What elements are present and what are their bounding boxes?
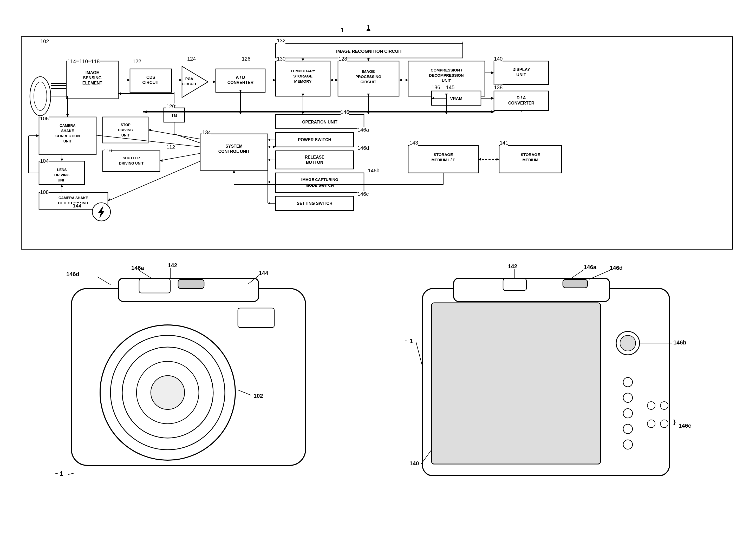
ref-106: 106 <box>40 116 49 122</box>
svg-line-210 <box>571 270 584 279</box>
svg-rect-194 <box>563 279 588 288</box>
ref-110: 110 <box>79 58 88 64</box>
ref-146a: 146a <box>357 127 369 133</box>
ref-126: 126 <box>242 56 250 62</box>
svg-point-206 <box>647 420 655 428</box>
ref-system-1: 1 <box>341 27 344 34</box>
svg-text:146d: 146d <box>610 265 623 271</box>
svg-rect-195 <box>503 279 526 290</box>
svg-point-200 <box>623 393 633 402</box>
camera-back-svg: 142 146a 146d 146b 1 ~ 140 } 146c <box>402 263 714 510</box>
ref-145: 145 <box>446 84 454 90</box>
ref-130: 130 <box>277 56 285 62</box>
svg-text:146a: 146a <box>584 264 597 270</box>
svg-point-203 <box>623 440 633 449</box>
svg-text:140: 140 <box>409 460 419 467</box>
camera-front: 146d 146a 142 144 102 1 ~ <box>40 263 352 510</box>
ref-144: 144 <box>73 203 81 209</box>
ref-104: 104 <box>40 158 49 164</box>
ref-134: 134 <box>202 129 211 135</box>
ref-108: 108 <box>40 189 49 195</box>
ref-114: 114 <box>67 58 76 64</box>
svg-point-201 <box>623 409 633 418</box>
svg-text:~: ~ <box>55 470 58 477</box>
svg-text:1: 1 <box>409 337 413 344</box>
ref-146b: 146b <box>368 168 380 174</box>
svg-rect-178 <box>238 308 274 328</box>
ref-143: 143 <box>409 140 418 146</box>
ref-140: 140 <box>494 56 503 62</box>
svg-text:146a: 146a <box>131 265 144 271</box>
svg-text:146c: 146c <box>679 422 691 429</box>
svg-rect-196 <box>432 303 601 464</box>
ref-120: 120 <box>166 103 175 109</box>
svg-text:146d: 146d <box>66 271 79 277</box>
svg-line-181 <box>139 270 152 279</box>
svg-point-204 <box>647 402 655 409</box>
system-outer-box <box>21 36 733 250</box>
cameras-section: 146d 146a 142 144 102 1 ~ <box>16 263 738 510</box>
svg-text:142: 142 <box>508 263 517 270</box>
ref-128: 128 <box>338 56 347 62</box>
svg-point-207 <box>660 420 668 428</box>
svg-rect-176 <box>178 279 204 289</box>
svg-text:~: ~ <box>405 337 408 344</box>
ref-1: 1 <box>367 23 370 31</box>
ref-138: 138 <box>494 84 503 90</box>
svg-line-190 <box>68 473 74 474</box>
ref-146: 146 <box>341 109 349 115</box>
svg-text:1: 1 <box>60 470 63 477</box>
ref-112: 112 <box>166 144 175 150</box>
svg-point-205 <box>660 402 668 409</box>
ref-124: 124 <box>187 56 196 62</box>
ref-141: 141 <box>500 140 508 146</box>
camera-front-svg: 146d 146a 142 144 102 1 ~ <box>40 263 352 510</box>
ref-102: 102 <box>40 38 49 44</box>
ref-116: 116 <box>103 148 112 154</box>
svg-point-198 <box>620 335 636 351</box>
ref-136: 136 <box>432 84 440 90</box>
ref-146c: 146c <box>357 191 369 197</box>
camera-back: 142 146a 146d 146b 1 ~ 140 } 146c <box>402 263 714 510</box>
svg-line-179 <box>97 277 110 285</box>
svg-line-218 <box>416 342 422 367</box>
svg-text:146b: 146b <box>673 339 686 346</box>
svg-text:}: } <box>673 419 676 425</box>
svg-rect-177 <box>139 279 170 293</box>
ref-122: 122 <box>133 58 141 64</box>
svg-text:142: 142 <box>168 263 177 269</box>
svg-point-175 <box>151 376 185 409</box>
ref-118: 118 <box>91 58 100 64</box>
ref-146d: 146d <box>357 145 369 151</box>
svg-point-202 <box>623 424 633 434</box>
svg-text:102: 102 <box>253 393 263 399</box>
svg-text:144: 144 <box>259 270 268 276</box>
ref-132: 132 <box>277 38 285 44</box>
svg-point-199 <box>623 377 633 387</box>
